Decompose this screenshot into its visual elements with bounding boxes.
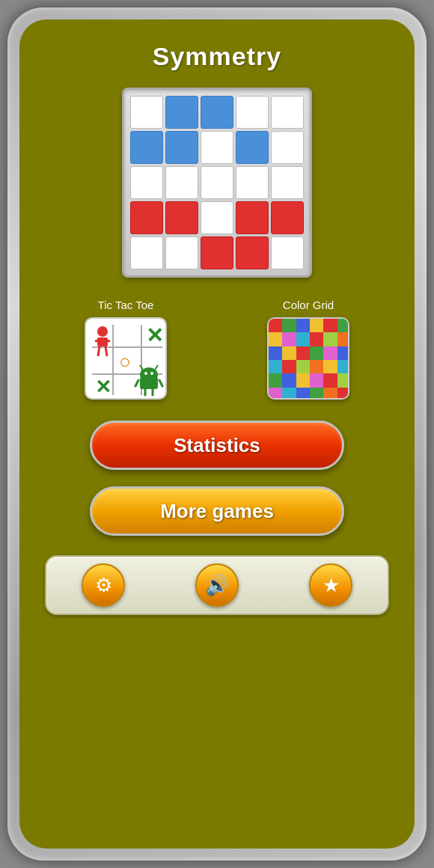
games-section: Tic Tac Toe <box>34 299 400 400</box>
color-cell <box>323 373 337 387</box>
color-cell <box>337 360 349 373</box>
color-cell <box>282 388 296 400</box>
symmetry-grid <box>130 96 304 269</box>
color-cell <box>310 373 323 387</box>
grid-cell <box>271 131 304 164</box>
color-cell <box>269 388 282 400</box>
app-title: Symmetry <box>153 42 281 71</box>
grid-cell <box>165 236 198 269</box>
color-cell <box>310 346 323 360</box>
ttt-svg: ✕ ○ ✕ <box>86 319 167 400</box>
svg-line-6 <box>95 340 103 341</box>
color-cell <box>269 373 282 387</box>
color-cell <box>310 360 323 373</box>
grid-cell <box>201 131 233 164</box>
color-cell <box>269 332 282 346</box>
ttt-label: Tic Tac Toe <box>98 299 154 311</box>
grid-cell <box>271 96 304 129</box>
game-item-ttt[interactable]: Tic Tac Toe <box>85 299 167 400</box>
svg-text:✕: ✕ <box>146 324 163 347</box>
color-cell <box>310 319 323 332</box>
color-cell <box>310 388 323 400</box>
svg-line-17 <box>135 380 138 386</box>
settings-icon: ⚙ <box>95 575 112 595</box>
color-cell <box>269 319 282 332</box>
svg-point-16 <box>150 372 153 375</box>
sound-icon: 🔊 <box>205 575 229 595</box>
color-cell <box>310 332 323 346</box>
color-cell <box>296 373 310 387</box>
grid-cell <box>271 166 304 199</box>
color-cell <box>282 360 296 373</box>
color-cell <box>323 332 337 346</box>
grid-cell <box>236 96 269 129</box>
grid-cell <box>201 201 233 234</box>
grid-cell <box>271 201 304 234</box>
bottom-toolbar: ⚙ 🔊 ★ <box>45 555 389 615</box>
sound-button[interactable]: 🔊 <box>195 563 239 607</box>
game-item-colorgrid[interactable]: Color Grid <box>267 299 349 400</box>
svg-point-4 <box>97 326 108 337</box>
svg-rect-5 <box>97 337 108 346</box>
grid-cell <box>236 131 269 164</box>
colorgrid-label: Color Grid <box>283 299 334 311</box>
grid-cell <box>236 166 269 199</box>
color-cell <box>296 319 310 332</box>
phone-frame: Symmetry Tic Tac Toe <box>7 7 427 861</box>
color-grid-icon <box>269 319 349 400</box>
grid-cell <box>130 96 163 129</box>
grid-cell <box>201 236 233 269</box>
settings-button[interactable]: ⚙ <box>82 563 125 607</box>
svg-line-18 <box>159 380 162 386</box>
color-cell <box>296 346 310 360</box>
ttt-icon: ✕ ○ ✕ <box>86 319 167 400</box>
grid-cell <box>165 201 198 234</box>
svg-line-9 <box>106 346 107 356</box>
color-cell <box>337 332 349 346</box>
grid-cell <box>165 166 198 199</box>
svg-text:○: ○ <box>119 350 131 373</box>
color-cell <box>269 360 282 373</box>
svg-point-15 <box>144 372 147 375</box>
favorite-button[interactable]: ★ <box>309 563 352 607</box>
svg-rect-14 <box>140 377 158 389</box>
colorgrid-icon-box[interactable] <box>267 317 349 400</box>
color-cell <box>323 319 337 332</box>
star-icon: ★ <box>323 575 340 595</box>
grid-cell <box>236 236 269 269</box>
color-cell <box>296 360 310 373</box>
grid-cell <box>130 166 163 199</box>
more-games-button[interactable]: More games <box>90 486 344 536</box>
screen: Symmetry Tic Tac Toe <box>19 19 415 849</box>
color-cell <box>337 388 349 400</box>
grid-cell <box>165 131 198 164</box>
svg-line-8 <box>98 346 100 356</box>
symmetry-grid-container <box>122 88 312 278</box>
color-cell <box>323 346 337 360</box>
ttt-icon-box[interactable]: ✕ ○ ✕ <box>85 317 167 400</box>
grid-cell <box>130 236 163 269</box>
svg-line-7 <box>103 340 110 341</box>
grid-cell <box>130 131 163 164</box>
color-cell <box>296 332 310 346</box>
color-cell <box>282 346 296 360</box>
color-cell <box>337 319 349 332</box>
color-cell <box>337 346 349 360</box>
svg-line-22 <box>155 365 158 370</box>
color-cell <box>282 319 296 332</box>
grid-cell <box>236 201 269 234</box>
color-cell <box>282 373 296 387</box>
color-cell <box>296 388 310 400</box>
color-cell <box>337 373 349 387</box>
svg-text:✕: ✕ <box>95 376 111 398</box>
color-cell <box>282 332 296 346</box>
grid-cell <box>165 96 198 129</box>
color-cell <box>269 346 282 360</box>
grid-cell <box>201 166 233 199</box>
grid-cell <box>201 96 233 129</box>
grid-cell <box>130 201 163 234</box>
color-cell <box>323 388 337 400</box>
color-cell <box>323 360 337 373</box>
grid-cell <box>271 236 304 269</box>
statistics-button[interactable]: Statistics <box>90 421 344 470</box>
